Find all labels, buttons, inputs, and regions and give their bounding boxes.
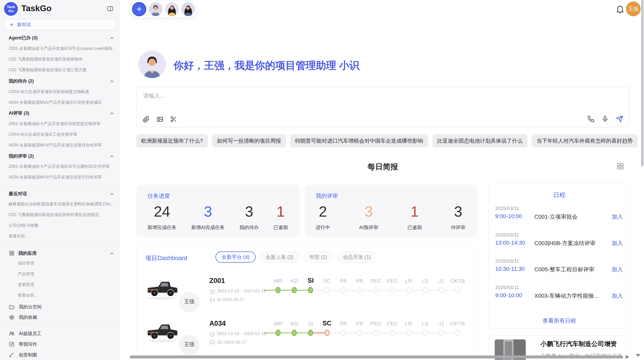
sidebar-link-label: 帮我写作 — [19, 341, 37, 347]
schedule-time: 9:00-10:00 — [495, 292, 522, 299]
member-avatar[interactable] — [149, 2, 163, 16]
sidebar-item[interactable]: 公司Q3轻卡销量 — [0, 222, 120, 229]
stat-card: 任务进度24新增完成任务3新增AI完成任务3我的待办1已逾期 — [136, 185, 300, 237]
writing-icon — [9, 341, 15, 347]
schedule-event-title: C001-立项审批会 — [534, 213, 578, 221]
sidebar-item[interactable]: C02-飞腾新能源轻客改款项目的闭环通告反馈情况 — [0, 211, 120, 219]
schedule-join-link[interactable]: 加入 — [612, 266, 623, 273]
sidebar-section-recent-chats[interactable]: 最近对话 — [0, 190, 120, 198]
sidebar-item[interactable]: 产品管理 — [0, 270, 120, 278]
sidebar-item[interactable]: 解释最新出台的欧盟报废车法规再生塑料比例被调至15%... — [0, 200, 120, 208]
milestone-label: OKTB — [450, 321, 465, 327]
sidebar-item[interactable]: 查看全部... — [0, 292, 120, 299]
suggestion-chip[interactable]: 比亚迪全固态电池计划具体说了什么 — [432, 134, 528, 147]
send-icon[interactable] — [616, 115, 623, 123]
project-date-range: 2023-12-19 ~ 2026-01-19 — [217, 331, 266, 336]
sidebar-collapse-icon[interactable] — [107, 5, 114, 12]
schedule-join-link[interactable]: 加入 — [612, 213, 623, 221]
schedule-join-link[interactable]: 加入 — [612, 292, 623, 300]
project-date-range: 2023-12-19 ~ 2027-01-19 — [217, 289, 266, 294]
sidebar-item[interactable]: 项目管理 — [0, 260, 120, 267]
sidebar-section-my-apps[interactable]: 我的应用 — [0, 249, 120, 257]
project-row[interactable]: 王强Z0012023-12-19 ~ 2027-01-19SI-2025-05-… — [137, 276, 478, 319]
horizontal-scrollbar[interactable] — [130, 355, 623, 358]
view-all-schedule-link[interactable]: 查看所有日程 — [489, 317, 630, 325]
scroll-right-arrow-icon[interactable] — [626, 355, 629, 359]
schedule-card: 日程 2025/03/119:00-10:00C001-立项审批会加入2025/… — [488, 184, 630, 328]
flag-icon — [209, 340, 214, 345]
sidebar-item-label: Z001-全新燃油轻卡产品开发项目SI节点属性5D文件评审 — [9, 164, 115, 169]
dashboard-tab[interactable]: 全新平台 (4) — [215, 251, 256, 263]
schedule-title: 日程 — [489, 191, 630, 199]
sidebar-section-header[interactable]: 我的评审 (2) — [0, 152, 120, 160]
vertical-scrollbar[interactable] — [641, 0, 643, 167]
member-avatar[interactable] — [181, 2, 195, 16]
milestone-node — [308, 287, 313, 293]
sidebar-divider — [0, 246, 120, 246]
voice-call-icon[interactable] — [587, 115, 594, 123]
sidebar-section-header[interactable]: Agent已办 (3) — [0, 34, 120, 42]
member-avatar[interactable] — [165, 2, 179, 16]
scroll-down-arrow-icon[interactable] — [636, 354, 640, 357]
sidebar-item[interactable]: Z001-全新燃油轻卡产品开发项目SI造型提交物评审 — [0, 120, 120, 128]
stat-metric: 3我的待办 — [239, 203, 259, 231]
stat-label: 我的待办 — [239, 224, 259, 231]
suggestion-chip[interactable]: 特朗普可能对进口汽车增税会对中国车企造成哪些影响 — [290, 134, 428, 147]
sidebar-item[interactable]: A034-全新新能源MUV产品开发项目造型可行性评审 — [0, 173, 120, 181]
schedule-divider — [495, 278, 623, 278]
suggestion-chip[interactable]: 欧洲新规最近颁布了什么? — [136, 134, 208, 147]
app-logo-text: Task Go — [5, 5, 17, 13]
sidebar-item-writing[interactable]: 帮我写作 — [0, 340, 120, 348]
sidebar-item-label: A034-全新新能源MUV产品开发项目计划变更表编写 — [9, 100, 115, 105]
dashboard-tab[interactable]: 年型 (2) — [303, 251, 333, 263]
add-member-button[interactable] — [132, 2, 146, 16]
suggestion-chip[interactable]: 当下年轻人对汽车外观有怎样的喜好趋势 — [532, 134, 638, 147]
milestone-node — [275, 287, 281, 293]
sidebar-item[interactable]: C02-飞腾新能源轻客改款项目里程碑画布 — [0, 55, 120, 63]
sidebar-item[interactable]: 查看全部... — [0, 232, 120, 240]
sidebar-item[interactable]: A034-全新新能源MUV产品开发项目法规符合性评审 — [0, 141, 120, 149]
briefing-layout-grid-icon[interactable] — [616, 162, 624, 170]
sidebar-item[interactable]: A034-全新新能源MUV产品开发项目计划变更表编写 — [0, 99, 120, 106]
chevron-up-icon[interactable] — [109, 153, 114, 159]
chevron-up-icon[interactable] — [109, 78, 114, 84]
milestone-node — [390, 287, 395, 293]
chevron-up-icon[interactable] — [109, 191, 114, 197]
sidebar-item[interactable]: C0X4-动力总成开发项目工程变更评审 — [0, 131, 120, 138]
new-chat-button[interactable]: 新对话 — [4, 19, 116, 30]
notification-bell-icon[interactable] — [616, 5, 625, 14]
stat-card: 我的评审2进行中3AI预评审1已逾期3待评审 — [304, 185, 477, 237]
sidebar-item-favorites[interactable]: 我的收藏 — [0, 313, 120, 321]
image-upload-icon[interactable] — [156, 116, 164, 123]
milestone-node — [325, 330, 330, 336]
microphone-icon[interactable] — [602, 115, 609, 123]
sidebar-item-label: A034-全新新能源MUV产品开发项目法规符合性评审 — [9, 143, 115, 148]
user-avatar[interactable]: 王强 — [626, 2, 641, 16]
message-input[interactable] — [143, 91, 499, 101]
milestone-label: PEC — [371, 321, 382, 327]
dashboard-tab[interactable]: 动总开发 (1) — [337, 251, 377, 263]
sidebar-section-header[interactable]: AI评审 (3) — [0, 109, 120, 117]
sidebar-item-ai-staff[interactable]: AI超级员工 — [0, 330, 120, 337]
dashboard-tab[interactable]: 全新上装 (3) — [260, 251, 299, 263]
sidebar-section-header[interactable]: 我的待办 (2) — [0, 77, 120, 85]
chevron-up-icon[interactable] — [109, 250, 114, 256]
chevron-up-icon[interactable] — [109, 110, 114, 116]
milestone-node — [373, 330, 378, 336]
chevron-up-icon[interactable] — [109, 35, 114, 41]
sidebar-item[interactable]: C0X4-动力总成开发项目SI里程碑提交物检查 — [0, 88, 120, 96]
sidebar-item-cloud-space[interactable]: 我的云空间 — [0, 303, 120, 311]
suggestion-chip[interactable]: 如何写一份清晰的项目周报 — [212, 134, 286, 147]
sidebar-item[interactable]: Z001-全新燃油皮卡产品开发项目SI节点Lesson Learn报告 — [0, 45, 120, 52]
project-row[interactable]: 王强A0342023-12-19 ~ 2026-01-19SC-2025-05-… — [137, 319, 478, 360]
schedule-join-link[interactable]: 加入 — [612, 239, 623, 247]
scissors-icon[interactable] — [170, 116, 177, 123]
sidebar-link-label: AI超级员工 — [19, 331, 41, 337]
sidebar-item-drawing[interactable]: 创意制图 — [0, 351, 120, 359]
sidebar-item[interactable]: 变更管理 — [0, 281, 120, 289]
apps-grid-icon — [9, 250, 15, 256]
sidebar-item[interactable]: Z001-全新燃油轻卡产品开发项目SI节点属性5D文件评审 — [0, 163, 120, 170]
attachment-icon[interactable] — [143, 116, 150, 123]
composer-left-icons — [143, 116, 177, 123]
sidebar-item[interactable]: C02-飞腾新能源轻客改款项目立项汇报方案 — [0, 66, 120, 74]
